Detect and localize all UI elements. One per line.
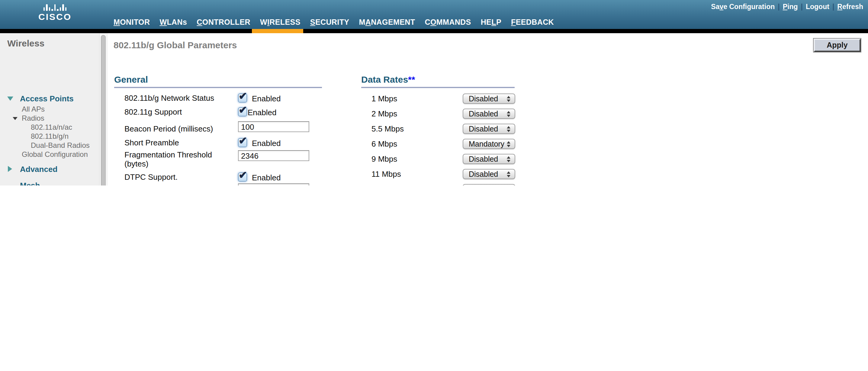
short-preamble-checkbox[interactable] bbox=[238, 138, 247, 147]
nav-monitor[interactable]: MONITOR bbox=[114, 18, 150, 27]
fragmentation-threshold-input[interactable] bbox=[238, 150, 309, 161]
sidebar-item-all-aps[interactable]: All APs bbox=[22, 105, 45, 113]
checkbox-label: Enabled bbox=[248, 108, 276, 117]
sidebar-item-radios-80211anac[interactable]: 802.11a/n/ac bbox=[31, 123, 72, 132]
nav-feedback[interactable]: FEEDBACK bbox=[511, 18, 554, 27]
network-status-checkbox[interactable] bbox=[238, 94, 247, 103]
form-row-short-preamble: Short Preamble Enabled bbox=[124, 138, 281, 148]
80211g-support-checkbox[interactable] bbox=[238, 107, 247, 116]
apply-button[interactable]: Apply bbox=[814, 39, 861, 52]
field-label: Short Preamble bbox=[124, 138, 238, 147]
active-tab-indicator bbox=[252, 29, 303, 33]
rate-9mbps-select[interactable]: Disabled bbox=[463, 154, 515, 164]
beacon-period-input[interactable] bbox=[238, 121, 309, 132]
rate-12mbps-select[interactable]: Mandatory bbox=[463, 184, 515, 186]
general-section-heading: General bbox=[114, 74, 148, 85]
select-arrows-icon bbox=[507, 111, 510, 117]
dtpc-support-checkbox[interactable] bbox=[238, 172, 247, 181]
wlc-admin-page: CISCO Save Configuration|Ping|Logout|Ref… bbox=[0, 0, 868, 186]
data-rate-row-55mbps: 5.5 Mbps Disabled bbox=[371, 124, 515, 134]
scrollbar-thumb[interactable] bbox=[101, 35, 106, 186]
section-divider bbox=[361, 87, 515, 88]
rate-11mbps-select[interactable]: Disabled bbox=[463, 169, 515, 179]
ping-link[interactable]: Ping bbox=[783, 3, 798, 10]
sidebar-item-mesh[interactable]: Mesh bbox=[20, 181, 40, 186]
rate-label: 5.5 Mbps bbox=[371, 124, 463, 133]
rate-label: 2 Mbps bbox=[371, 109, 463, 118]
cisco-logo-text: CISCO bbox=[34, 12, 76, 21]
data-rate-row-1mbps: 1 Mbps Disabled bbox=[371, 94, 515, 104]
data-rate-row-2mbps: 2 Mbps Disabled bbox=[371, 109, 515, 119]
sidebar-item-radios[interactable]: Radios bbox=[22, 114, 44, 123]
nav-commands[interactable]: COMMANDS bbox=[425, 18, 471, 27]
form-row-max-allowed-clients: Maximum Allowed Clients bbox=[124, 183, 309, 186]
sidebar-item-global-configuration[interactable]: Global Configuration bbox=[22, 150, 88, 159]
save-configuration-link[interactable]: Save Configuration bbox=[711, 3, 775, 10]
nav-wlans[interactable]: WLANs bbox=[159, 18, 187, 27]
refresh-link[interactable]: Refresh bbox=[837, 3, 863, 10]
data-rate-row-12mbps: 12 Mbps Mandatory bbox=[371, 184, 515, 186]
sidebar-item-access-points[interactable]: Access Points bbox=[20, 94, 74, 103]
nav-help[interactable]: HELP bbox=[481, 18, 501, 27]
top-header: CISCO Save Configuration|Ping|Logout|Ref… bbox=[0, 0, 868, 29]
select-arrows-icon bbox=[507, 96, 510, 102]
data-rate-row-6mbps: 6 Mbps Mandatory bbox=[371, 139, 515, 149]
field-label: 802.11g Support bbox=[124, 107, 238, 116]
utility-links: Save Configuration|Ping|Logout|Refresh bbox=[711, 3, 863, 10]
checkbox-label: Enabled bbox=[252, 139, 281, 148]
nav-wireless-active[interactable]: WIRELESS bbox=[260, 18, 301, 27]
rate-label: 12 Mbps bbox=[371, 184, 463, 186]
form-row-beacon-period: Beacon Period (millisecs) bbox=[124, 121, 309, 133]
form-row-80211g-support: 802.11g Support Enabled bbox=[124, 107, 276, 117]
rate-label: 6 Mbps bbox=[371, 139, 463, 148]
link-separator: | bbox=[829, 3, 837, 10]
select-arrows-icon bbox=[507, 156, 510, 162]
nav-management[interactable]: MANAGEMENT bbox=[359, 18, 415, 27]
sidebar-item-radios-80211bgn[interactable]: 802.11b/g/n bbox=[31, 132, 68, 141]
select-arrows-icon bbox=[507, 141, 510, 147]
select-arrows-icon bbox=[507, 171, 510, 177]
select-arrows-icon bbox=[507, 126, 510, 132]
link-separator: | bbox=[775, 3, 782, 10]
nav-underline-bar bbox=[0, 29, 868, 33]
main-nav: MONITOR WLANs CONTROLLER WIRELESS SECURI… bbox=[114, 18, 554, 27]
sidebar: Wireless Access Points All APs Radios 80… bbox=[0, 33, 107, 186]
field-label: 802.11b/g Network Status bbox=[124, 94, 238, 103]
rate-label: 1 Mbps bbox=[371, 94, 463, 103]
chevron-down-icon[interactable] bbox=[13, 117, 18, 120]
link-separator: | bbox=[798, 3, 806, 10]
form-row-network-status: 802.11b/g Network Status Enabled bbox=[124, 94, 281, 103]
form-row-fragmentation-threshold: Fragmentation Threshold (bytes) bbox=[124, 150, 309, 168]
rate-6mbps-select[interactable]: Mandatory bbox=[463, 139, 515, 149]
field-label: DTPC Support. bbox=[124, 172, 238, 181]
cisco-logo-bars-icon bbox=[34, 4, 76, 11]
field-label: Fragmentation Threshold (bytes) bbox=[124, 150, 238, 168]
page-title: 802.11b/g Global Parameters bbox=[114, 40, 237, 50]
rate-label: 11 Mbps bbox=[371, 170, 463, 178]
data-rates-section-heading: Data Rates** bbox=[361, 74, 415, 85]
sidebar-item-dual-band-radios[interactable]: Dual-Band Radios bbox=[31, 141, 90, 149]
field-label: Beacon Period (millisecs) bbox=[124, 124, 238, 133]
chevron-down-icon[interactable] bbox=[7, 97, 13, 101]
rate-55mbps-select[interactable]: Disabled bbox=[463, 124, 515, 134]
data-rate-row-11mbps: 11 Mbps Disabled bbox=[371, 169, 515, 179]
checkbox-label: Enabled bbox=[252, 94, 281, 103]
checkbox-label: Enabled bbox=[252, 173, 281, 182]
sidebar-item-advanced[interactable]: Advanced bbox=[20, 165, 57, 174]
sidebar-scrollbar[interactable] bbox=[99, 33, 107, 186]
chevron-right-icon[interactable] bbox=[8, 166, 12, 172]
logout-link[interactable]: Logout bbox=[806, 3, 829, 10]
cisco-logo: CISCO bbox=[34, 4, 76, 21]
section-divider bbox=[114, 87, 322, 88]
rate-label: 9 Mbps bbox=[371, 155, 463, 164]
rate-1mbps-select[interactable]: Disabled bbox=[463, 94, 515, 104]
sidebar-title: Wireless bbox=[7, 38, 44, 48]
max-allowed-clients-input[interactable] bbox=[238, 183, 309, 186]
nav-controller[interactable]: CONTROLLER bbox=[196, 18, 250, 27]
data-rate-row-9mbps: 9 Mbps Disabled bbox=[371, 154, 515, 164]
nav-security[interactable]: SECURITY bbox=[310, 18, 349, 27]
main-content: 802.11b/g Global Parameters Apply Genera… bbox=[107, 33, 868, 186]
form-row-dtpc-support: DTPC Support. Enabled bbox=[124, 172, 281, 182]
rate-2mbps-select[interactable]: Disabled bbox=[463, 109, 515, 119]
